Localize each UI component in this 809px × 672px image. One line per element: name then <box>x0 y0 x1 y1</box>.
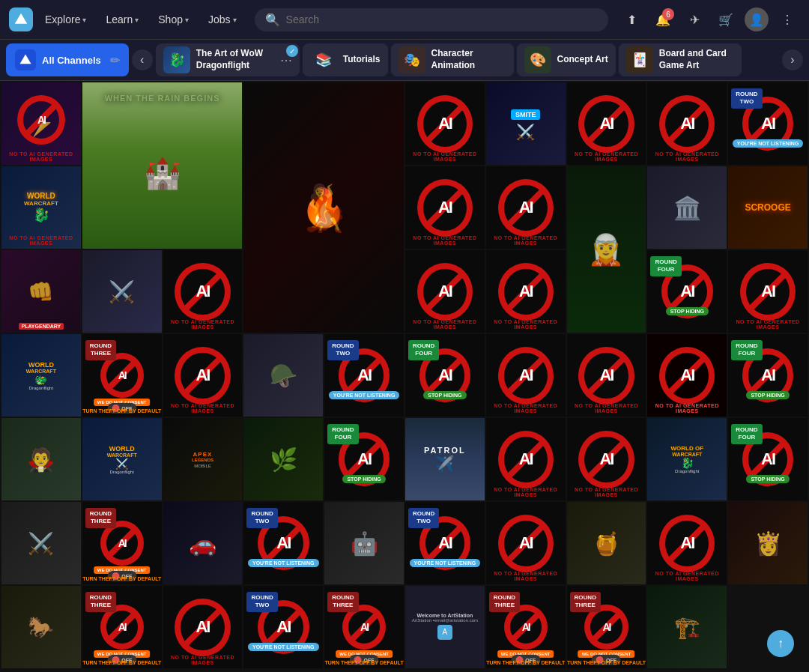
grid-item-landscape[interactable]: WHEN THE RAIN BEGINS 🏰 <box>82 82 243 249</box>
round-three-banner-3: ROUNDTHREE <box>85 592 116 612</box>
grid-item-round4-4[interactable]: AI ROUNDFOUR STOP HIDING <box>324 418 404 500</box>
grid-item-wow-2[interactable]: WORLD WARCRAFT 🐲 Dragonflight <box>1 334 81 417</box>
jobs-nav[interactable]: Jobs ▾ <box>201 9 244 30</box>
grid-item-no-ai-13[interactable]: AI NO TO AI GENERATED IMAGES <box>405 250 485 333</box>
notifications-button[interactable]: 🔔 6 <box>650 7 676 32</box>
messages-button[interactable]: ✈ <box>682 7 707 32</box>
channel-tutorials[interactable]: 📚 Tutorials <box>303 43 388 76</box>
round-two-banner-4: ROUNDTWO <box>408 508 439 528</box>
grid-item-no-ai-10[interactable]: AI NO TO AI GENERATED IMAGES <box>405 166 485 249</box>
grid-item-patrol[interactable]: PATROL ✈️ <box>405 418 485 500</box>
grid-item-no-ai-4[interactable]: AI NO TO AI GENERATED IMAGES <box>405 82 485 165</box>
channel-concept-art[interactable]: 🎨 Concept Art <box>517 43 616 76</box>
no-ai-label-19: NO TO AI GENERATED IMAGES <box>647 403 727 414</box>
grid-item-round2-4[interactable]: AI ROUNDTWO YOU'RE NOT LISTENING <box>405 502 485 584</box>
grid-item-no-ai-16[interactable]: AI NO TO AI GENERATED IMAGES <box>163 334 243 417</box>
grid-item-artstation-welcome[interactable]: Welcome to ArtStation ArtStation •email@… <box>405 586 485 668</box>
grid-item-round4-1[interactable]: AI ROUNDFOUR STOP HIDING <box>647 250 727 333</box>
grid-item-round3-4[interactable]: AI ROUNDTHREE WE DO NOT CONSENT OFF TURN… <box>324 586 404 668</box>
grid-item-soldier[interactable]: 🧛 <box>1 418 81 500</box>
channel-wow-badge: ✓ <box>286 45 298 57</box>
shop-nav[interactable]: Shop ▾ <box>151 9 196 30</box>
channel-wow[interactable]: 🐉 ✓ The Art of WoW Dragonflight ⋯ <box>156 43 300 76</box>
sub-banner-stop-hiding-2: STOP HIDING <box>405 387 485 400</box>
grid-item-no-ai-14[interactable]: AI NO TO AI GENERATED IMAGES <box>486 250 566 333</box>
grid-item-no-ai-24[interactable]: AI NO TO AI GENERATED IMAGES <box>163 586 243 668</box>
explore-nav[interactable]: Explore ▾ <box>37 9 94 30</box>
grid-item-smite[interactable]: SMITE ⚔️ <box>486 82 566 165</box>
grid-item-no-ai-11[interactable]: AI NO TO AI GENERATED IMAGES <box>486 166 566 249</box>
logo[interactable] <box>9 7 33 31</box>
round-two-banner-2: ROUNDTWO <box>327 340 358 360</box>
all-channels-button[interactable]: All Channels ✏ <box>6 43 129 76</box>
grid-item-round3-2[interactable]: AI ROUNDTHREE WE DO NOT CONSENT OFF TURN… <box>82 502 162 584</box>
grid-item-horse[interactable]: 🐎 <box>1 586 81 668</box>
edit-channels-icon[interactable]: ✏ <box>110 53 120 67</box>
grid-item-no-ai-18[interactable]: AI NO TO AI GENERATED IMAGES <box>567 334 646 417</box>
round-four-banner-1: ROUNDFOUR <box>650 256 681 276</box>
grid-item-swords[interactable]: ⚔️ <box>1 502 81 584</box>
grid-item-wow-3[interactable]: WORLD WARCRAFT ⚔️ Dragonflight <box>82 418 162 500</box>
no-ai-label-10: NO TO AI GENERATED IMAGES <box>405 235 485 246</box>
grid-item-car[interactable]: 🚗 <box>163 502 243 584</box>
grid-item-viking[interactable]: 🪖 <box>243 334 323 417</box>
grid-item-round4-5[interactable]: AI ROUNDFOUR STOP HIDING <box>728 418 808 500</box>
grid-item-no-ai-15[interactable]: AI NO TO AI GENERATED IMAGES <box>728 250 808 333</box>
grid-item-green-char[interactable]: 🧝 <box>567 166 646 333</box>
grid-item-no-ai-6[interactable]: AI NO TO AI GENERATED IMAGES <box>567 82 646 165</box>
grid-item-round2-2[interactable]: AI ROUNDTWO YOU'RE NOT LISTENING <box>324 334 404 417</box>
grid-item-no-ai-19[interactable]: AI NO TO AI GENERATED IMAGES <box>647 334 727 417</box>
channel-animation[interactable]: 🎭 Character Animation <box>391 43 514 76</box>
grid-item-fight-girl[interactable]: 👊 PLAYGENDARY <box>1 250 81 333</box>
channel-nav-right[interactable]: › <box>782 49 803 70</box>
no-ai-label-18: NO TO AI GENERATED IMAGES <box>567 403 646 414</box>
grid-item-round3-1[interactable]: AI ROUNDTHREE WE DO NOT CONSENT OFF TURN… <box>82 334 162 417</box>
grid-item-no-ai-20[interactable]: AI NO TO AI GENERATED IMAGES <box>486 418 566 500</box>
grid-item-sphere[interactable]: 🤖 <box>324 502 404 584</box>
grid-item-no-ai-22[interactable]: AI NO TO AI GENERATED IMAGES <box>486 502 566 584</box>
grid-item-round3-6[interactable]: AI ROUNDTHREE WE DO NOT CONSENT OFF TURN… <box>567 586 646 668</box>
grid-item-jar[interactable]: 🍯 <box>567 502 646 584</box>
grid-item-round2-3[interactable]: AI ROUNDTWO YOU'RE NOT LISTENING <box>243 502 323 584</box>
channel-nav-left[interactable]: ‹ <box>132 49 153 70</box>
channel-animation-thumb: 🎭 <box>399 46 425 73</box>
grid-item-no-ai-21[interactable]: AI NO TO AI GENERATED IMAGES <box>567 418 646 500</box>
grid-item-no-ai-12[interactable]: AI NO TO AI GENERATED IMAGES <box>163 250 243 333</box>
no-ai-label-16: NO TO AI GENERATED IMAGES <box>163 403 243 414</box>
grid-item-arch[interactable]: 🏛️ <box>647 166 727 249</box>
user-avatar[interactable]: 👤 <box>745 7 769 31</box>
more-button[interactable]: ⋮ <box>775 7 800 32</box>
round-four-banner-4: ROUNDFOUR <box>327 424 358 444</box>
grid-item-no-ai-23[interactable]: AI NO TO AI GENERATED IMAGES <box>647 502 727 584</box>
grid-item-lady-portrait[interactable]: 👸 <box>728 502 808 584</box>
grid-item-round4-3[interactable]: AI ROUNDFOUR STOP HIDING <box>728 334 808 417</box>
grid-item-1[interactable]: ⚡ AI NO TO AI GENERATED IMAGES <box>1 82 81 165</box>
grid-item-no-ai-7[interactable]: AI NO TO AI GENERATED IMAGES <box>647 82 727 165</box>
channel-board-game[interactable]: 🃏 Board and Card Game Art <box>619 43 742 76</box>
grid-item-redhair[interactable]: 💃 🔥 <box>243 82 404 333</box>
nav-actions: ⬆ 🔔 6 ✈ 🛒 👤 ⋮ <box>619 7 800 32</box>
grid-item-wow-1[interactable]: WORLD WARCRAFT 🐉 NO TO AI GENERATED IMAG… <box>1 166 81 249</box>
grid-item-round2-5[interactable]: AI ROUNDTWO YOU'RE NOT LISTENING <box>243 586 323 668</box>
learn-nav[interactable]: Learn ▾ <box>98 9 146 30</box>
arrow-up-icon: ↑ <box>778 637 784 650</box>
cart-button[interactable]: 🛒 <box>713 7 739 32</box>
grid-item-round4-2[interactable]: AI ROUNDFOUR STOP HIDING <box>405 334 485 417</box>
grid-item-round3-5[interactable]: AI ROUNDTHREE WE DO NOT CONSENT OFF TURN… <box>486 586 566 668</box>
grid-item-apex[interactable]: APEX LEGENDS MOBILE <box>163 418 243 500</box>
grid-item-plant[interactable]: 🌿 <box>243 418 323 500</box>
explore-chevron: ▾ <box>82 16 86 24</box>
grid-item-building[interactable]: 🏗️ <box>647 586 727 668</box>
grid-item-scrooge[interactable]: SCROOGE <box>728 166 808 249</box>
grid-item-knight[interactable]: ⚔️ <box>82 250 162 333</box>
search-input[interactable] <box>286 13 598 25</box>
grid-item-no-ai-17[interactable]: AI NO TO AI GENERATED IMAGES <box>486 334 566 417</box>
grid-item-round2-1[interactable]: AI ROUNDTWO YOU'RE NOT LISTENING <box>728 82 808 165</box>
grid-item-wow-4[interactable]: WORLD OF WARCRAFT 🐉 Dragonflight <box>647 418 727 500</box>
search-icon: 🔍 <box>265 13 280 27</box>
scroll-to-top-button[interactable]: ↑ <box>767 630 794 657</box>
upload-button[interactable]: ⬆ <box>619 7 644 32</box>
grid-item-round3-3[interactable]: AI ROUNDTHREE WE DO NOT CONSENT OFF TURN… <box>82 586 162 668</box>
search-bar[interactable]: 🔍 <box>255 8 608 31</box>
channel-tutorials-thumb: 📚 <box>310 46 337 73</box>
